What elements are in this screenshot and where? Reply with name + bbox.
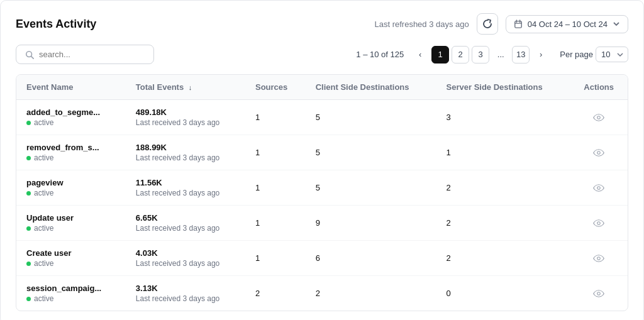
- page-header: Events Activity Last refreshed 3 days ag…: [16, 13, 628, 35]
- event-name-text: session_campaig...: [26, 284, 116, 293]
- header-controls: Last refreshed 3 days ago 04 Oct 24 – 10…: [374, 13, 628, 35]
- event-status: active: [26, 118, 116, 127]
- eye-icon: [593, 218, 604, 229]
- status-label: active: [34, 189, 53, 197]
- cell-event-name-0: added_to_segme... active: [16, 100, 126, 135]
- pagination-controls: 1 – 10 of 125 ‹ 1 2 3 ... 13 › Per page …: [356, 46, 628, 63]
- col-total-events[interactable]: Total Events ↓: [126, 75, 245, 100]
- cell-actions-1: [570, 135, 628, 170]
- status-label: active: [34, 259, 53, 268]
- col-client-side: Client Side Destinations: [306, 75, 436, 100]
- cell-sources-2: 1: [245, 170, 306, 206]
- event-status: active: [26, 189, 116, 197]
- cell-sources-3: 1: [245, 206, 306, 241]
- status-label: active: [34, 118, 53, 127]
- cell-server-side-2: 2: [436, 170, 570, 206]
- svg-point-13: [597, 221, 601, 224]
- col-sources: Sources: [245, 75, 306, 100]
- cell-sources-5: 2: [245, 276, 306, 311]
- events-activity-page: Events Activity Last refreshed 3 days ag…: [0, 0, 644, 320]
- col-server-side: Server Side Destinations: [436, 75, 570, 100]
- eye-icon: [593, 182, 604, 194]
- view-action-button[interactable]: [580, 288, 618, 299]
- view-action-button[interactable]: [580, 182, 618, 194]
- next-page-button[interactable]: ›: [532, 46, 550, 63]
- cell-server-side-4: 2: [436, 241, 570, 276]
- page-1-button[interactable]: 1: [431, 46, 449, 63]
- event-name-text: Create user: [26, 248, 116, 258]
- page-3-button[interactable]: 3: [472, 46, 489, 63]
- search-input[interactable]: [39, 50, 145, 59]
- last-refreshed-text: Last refreshed 3 days ago: [374, 19, 469, 29]
- cell-sources-1: 1: [245, 135, 306, 170]
- cell-total-events-0: 489.18K Last received 3 days ago: [126, 100, 245, 135]
- cell-event-name-1: removed_from_s... active: [16, 135, 126, 170]
- event-status: active: [26, 153, 116, 162]
- table-row: Create user active 4.03K Last received 3…: [16, 241, 628, 276]
- toolbar: 1 – 10 of 125 ‹ 1 2 3 ... 13 › Per page …: [16, 45, 628, 64]
- refresh-button[interactable]: [477, 13, 498, 35]
- last-received-text: Last received 3 days ago: [136, 294, 235, 303]
- total-events-value: 6.65K: [136, 213, 235, 223]
- table-header-row: Event Name Total Events ↓ Sources Client…: [16, 75, 628, 100]
- status-label: active: [34, 224, 53, 233]
- cell-client-side-1: 5: [306, 135, 436, 170]
- cell-client-side-3: 9: [306, 206, 436, 241]
- cell-client-side-0: 5: [306, 100, 436, 135]
- total-events-value: 4.03K: [136, 248, 235, 258]
- cell-sources-4: 1: [245, 241, 306, 276]
- event-status: active: [26, 294, 116, 303]
- svg-point-15: [597, 257, 601, 260]
- table-row: Update user active 6.65K Last received 3…: [16, 206, 628, 241]
- search-icon: [25, 50, 34, 59]
- eye-icon: [593, 112, 604, 123]
- per-page-select[interactable]: 10 25 50 100: [596, 47, 628, 62]
- search-bar[interactable]: [16, 45, 154, 64]
- eye-icon: [593, 288, 604, 299]
- col-actions: Actions: [570, 75, 628, 100]
- cell-actions-3: [570, 206, 628, 241]
- cell-event-name-3: Update user active: [16, 206, 126, 241]
- prev-page-button[interactable]: ‹: [411, 46, 429, 63]
- page-2-button[interactable]: 2: [452, 46, 469, 63]
- eye-icon: [593, 147, 604, 158]
- svg-line-5: [31, 56, 34, 58]
- view-action-button[interactable]: [580, 253, 618, 264]
- svg-rect-0: [515, 21, 522, 28]
- view-action-button[interactable]: [580, 218, 618, 229]
- refresh-icon: [482, 19, 492, 29]
- cell-actions-2: [570, 170, 628, 206]
- cell-event-name-5: session_campaig... active: [16, 276, 126, 311]
- cell-sources-0: 1: [245, 100, 306, 135]
- date-range-text: 04 Oct 24 – 10 Oct 24: [528, 19, 608, 29]
- svg-point-11: [597, 186, 601, 189]
- events-table: Event Name Total Events ↓ Sources Client…: [16, 74, 628, 311]
- svg-point-9: [597, 151, 601, 154]
- cell-actions-0: [570, 100, 628, 135]
- status-dot: [26, 262, 31, 266]
- table-row: session_campaig... active 3.13K Last rec…: [16, 276, 628, 311]
- total-events-value: 489.18K: [136, 108, 235, 117]
- cell-server-side-0: 3: [436, 100, 570, 135]
- page-title: Events Activity: [16, 18, 96, 31]
- ellipsis: ...: [492, 46, 509, 63]
- page-13-button[interactable]: 13: [512, 46, 530, 63]
- view-action-button[interactable]: [580, 112, 618, 123]
- view-action-button[interactable]: [580, 147, 618, 158]
- cell-event-name-4: Create user active: [16, 241, 126, 276]
- svg-point-17: [597, 292, 601, 295]
- event-name-text: Update user: [26, 213, 116, 223]
- last-received-text: Last received 3 days ago: [136, 259, 235, 268]
- date-range-picker[interactable]: 04 Oct 24 – 10 Oct 24: [506, 15, 628, 33]
- sort-icon: ↓: [189, 84, 192, 91]
- cell-total-events-3: 6.65K Last received 3 days ago: [126, 206, 245, 241]
- event-name-text: added_to_segme...: [26, 108, 116, 117]
- cell-server-side-3: 2: [436, 206, 570, 241]
- cell-server-side-1: 1: [436, 135, 570, 170]
- cell-total-events-1: 188.99K Last received 3 days ago: [126, 135, 245, 170]
- table-row: added_to_segme... active 489.18K Last re…: [16, 100, 628, 135]
- last-received-text: Last received 3 days ago: [136, 224, 235, 233]
- table-row: removed_from_s... active 188.99K Last re…: [16, 135, 628, 170]
- col-event-name: Event Name: [16, 75, 126, 100]
- total-events-value: 11.56K: [136, 178, 235, 187]
